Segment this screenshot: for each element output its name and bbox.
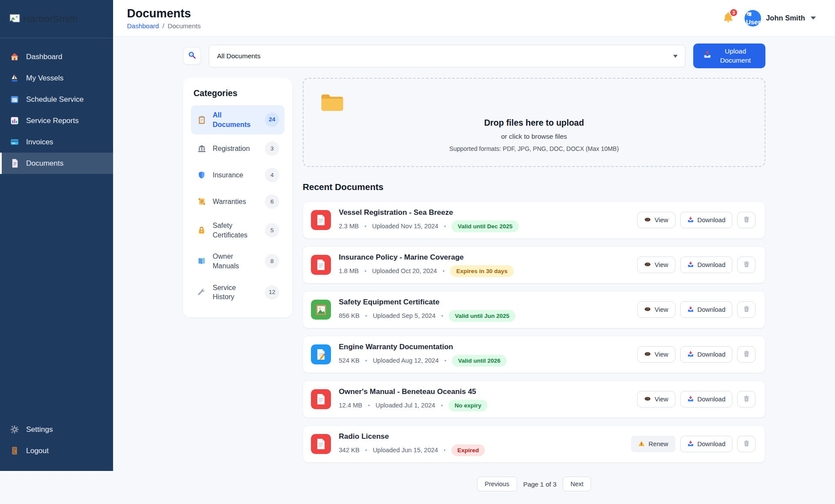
header-left: Documents Dashboard / Documents [127,7,200,30]
magnifier-icon [188,51,196,61]
sidebar-item-logout[interactable]: Logout [0,440,113,461]
delete-button[interactable] [737,391,755,407]
category-owner-manuals[interactable]: Owner Manuals 8 [191,247,284,276]
renew-button[interactable]: Renew [631,436,675,452]
main-grid: Categories All Documents 24 Registration [183,78,765,504]
delete-button[interactable] [737,257,755,273]
download-button[interactable]: Download [680,391,733,407]
next-page-button[interactable]: Next [563,477,591,491]
category-registration[interactable]: Registration 3 [191,136,284,161]
status-badge: Expires in 30 days [450,265,514,277]
category-all-documents[interactable]: All Documents 24 [191,105,284,134]
sidebar-item-invoices[interactable]: Invoices [0,131,113,153]
document-filter-wrap: All Documents [209,45,685,67]
document-actions: View Download [637,346,755,363]
view-button[interactable]: View [637,391,675,407]
download-button[interactable]: Download [680,436,733,452]
bell-icon [722,17,734,24]
credit-card-icon [10,137,20,147]
notifications-button[interactable]: 3 [722,11,734,25]
sidebar-item-service-reports[interactable]: Service Reports [0,110,113,131]
view-button[interactable]: View [637,257,675,273]
category-count-badge: 6 [265,194,279,209]
view-button[interactable]: View [637,301,675,318]
category-count-badge: 3 [265,141,279,156]
category-warranties[interactable]: Warranties 6 [191,189,284,214]
download-button[interactable]: Download [680,212,733,228]
dropzone-heading: Drop files here to upload [317,118,752,128]
category-count-badge: 24 [265,113,279,127]
calendar-icon [10,95,20,104]
download-button-label: Download [698,396,726,403]
meta-separator: • [443,268,445,274]
file-dropzone[interactable]: Drop files here to upload or click to br… [303,78,765,167]
trash-icon [743,216,750,224]
sidebar-item-schedule-service[interactable]: Schedule Service [0,89,113,110]
document-actions: View Download [637,257,755,273]
notification-count-badge: 3 [729,8,738,17]
category-label: Owner Manuals [213,252,259,270]
document-info: Vessel Registration - Sea Breeze 2.3 MB … [339,208,519,232]
status-badge: Valid until Dec 2025 [451,220,518,232]
download-button[interactable]: Download [680,257,733,273]
document-size: 12.4 MB [339,402,362,409]
meta-separator: • [364,223,367,230]
user-menu[interactable]: User John Smith [745,10,816,27]
document-actions: View Download [637,391,755,407]
dropzone-formats: Supported formats: PDF, JPG, PNG, DOC, D… [317,145,752,152]
status-badge: Valid until Jun 2025 [449,310,515,322]
pdf-file-icon [311,210,331,230]
sidebar-item-documents[interactable]: Documents [0,153,113,174]
inbox-tray-icon [687,440,694,448]
brand-logo[interactable]: HarborSmith [0,0,113,38]
categories-title: Categories [194,88,284,98]
category-safety-certificates[interactable]: Safety Certificates 5 [191,216,284,245]
document-size: 1.8 MB [339,267,359,274]
sidebar-item-dashboard[interactable]: Dashboard [0,46,113,67]
folder-icon [320,93,752,114]
categories-panel: Categories All Documents 24 Registration [183,78,292,317]
document-title: Engine Warranty Documentation [339,343,507,351]
document-actions: View Download [637,301,755,318]
delete-button[interactable] [737,301,755,318]
delete-button[interactable] [737,346,755,363]
document-size: 342 KB [339,447,360,454]
breadcrumb: Dashboard / Documents [127,22,200,30]
sidebar-item-label: Schedule Service [26,95,84,104]
download-button[interactable]: Download [680,346,733,363]
meta-separator: • [364,268,367,274]
view-button[interactable]: View [637,346,675,363]
download-button-label: Download [698,217,726,224]
eye-icon [644,216,651,224]
breadcrumb-dashboard-link[interactable]: Dashboard [127,22,159,30]
sidebar: HarborSmith Dashboard My Vessels Schedul… [0,0,113,471]
sidebar-item-settings[interactable]: Settings [0,419,113,440]
meta-separator: • [444,223,446,230]
main-column: Documents Dashboard / Documents 3 [113,0,835,504]
search-button[interactable] [183,47,201,65]
memo-file-icon [311,344,331,364]
document-info: Engine Warranty Documentation 524 KB • U… [339,343,507,367]
delete-button[interactable] [737,212,755,228]
previous-page-button[interactable]: Previous [477,477,517,491]
category-insurance[interactable]: Insurance 4 [191,163,284,187]
category-service-history[interactable]: Service History 12 [191,278,284,307]
view-button-label: View [655,396,668,403]
sidebar-item-my-vessels[interactable]: My Vessels [0,67,113,89]
view-button[interactable]: View [637,212,675,228]
document-uploaded: Uploaded Jun 15, 2024 [373,447,438,454]
status-badge: Expired [451,444,485,456]
delete-button[interactable] [737,436,755,452]
status-badge: Valid until 2026 [452,355,507,367]
trash-icon [743,260,750,269]
document-uploaded: Uploaded Nov 15, 2024 [372,223,438,230]
sidebar-item-label: Settings [26,425,53,434]
document-filter-select[interactable]: All Documents [209,45,685,67]
recent-documents-title: Recent Documents [303,182,765,192]
shield-icon [196,170,207,180]
upload-document-button[interactable]: Upload Document [693,43,765,68]
document-row: Radio License 342 KB • Uploaded Jun 15, … [303,425,765,463]
user-name: John Smith [766,14,805,22]
scroll-icon [196,197,207,206]
download-button[interactable]: Download [680,301,733,318]
